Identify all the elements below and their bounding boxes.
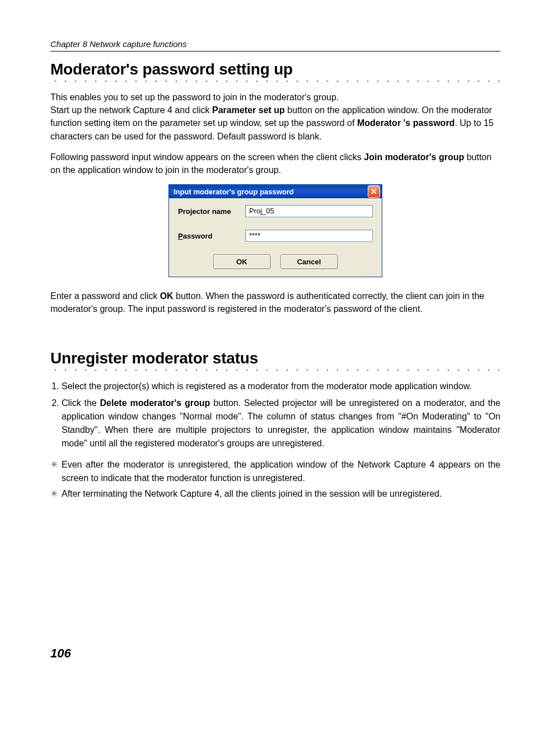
text: Click the <box>62 398 100 408</box>
password-row: Password **** <box>178 230 373 242</box>
password-label-underline: P <box>178 232 183 240</box>
note: ✳ Even after the moderator is unregister… <box>50 458 500 485</box>
text: This enables you to set up the password … <box>50 92 339 102</box>
cancel-button[interactable]: Cancel <box>280 254 338 269</box>
text: Enter a password and click <box>50 291 160 301</box>
paragraph: This enables you to set up the password … <box>50 91 500 104</box>
projector-name-field[interactable]: Proj_05 <box>245 205 373 217</box>
section-title-moderator-password: Moderator's password setting up <box>50 60 500 78</box>
paragraph: Enter a password and click OK button. Wh… <box>50 290 500 315</box>
password-dialog: Input moderator's group password ✕ Proje… <box>168 184 382 277</box>
ok-button[interactable]: OK <box>213 254 270 269</box>
dot-rule <box>50 368 500 372</box>
step-item: Select the projector(s) which is registe… <box>62 380 500 393</box>
dialog-title: Input moderator's group password <box>174 188 294 196</box>
password-label: Password <box>178 232 245 240</box>
step-item: Click the Delete moderator's group butto… <box>62 396 500 450</box>
text: Following password input window appears … <box>50 152 364 162</box>
dialog-body: Projector name Proj_05 Password **** OK … <box>169 198 382 277</box>
dialog-button-row: OK Cancel <box>178 254 373 269</box>
bold-text: Delete moderator's group <box>100 398 210 408</box>
close-icon: ✕ <box>371 187 377 196</box>
steps-list: Select the projector(s) which is registe… <box>50 380 500 450</box>
page-number: 106 <box>50 646 500 661</box>
paragraph: Following password input window appears … <box>50 151 500 176</box>
bold-text: Parameter set up <box>212 105 285 115</box>
text: Start up the network Capture 4 and click <box>50 105 212 115</box>
bold-text: Moderator 's password <box>357 118 455 128</box>
note-text: Even after the moderator is unregistered… <box>62 458 500 485</box>
bold-text: Join moderator's group <box>364 152 464 162</box>
projector-name-label: Projector name <box>178 207 245 216</box>
paragraph: Start up the network Capture 4 and click… <box>50 104 500 143</box>
bold-text: OK <box>160 291 174 301</box>
note-mark-icon: ✳ <box>50 487 62 501</box>
projector-name-row: Projector name Proj_05 <box>178 205 373 217</box>
running-head: Chapter 8 Network capture functions <box>50 39 500 52</box>
section-title-unregister: Unregister moderator status <box>50 349 500 367</box>
password-field[interactable]: **** <box>245 230 373 242</box>
dialog-titlebar: Input moderator's group password ✕ <box>169 185 382 198</box>
password-label-rest: assword <box>183 232 213 240</box>
note: ✳ After terminating the Network Capture … <box>50 487 500 501</box>
close-button[interactable]: ✕ <box>368 185 380 198</box>
dot-rule <box>50 80 500 83</box>
note-mark-icon: ✳ <box>50 458 62 485</box>
note-text: After terminating the Network Capture 4,… <box>62 487 442 501</box>
